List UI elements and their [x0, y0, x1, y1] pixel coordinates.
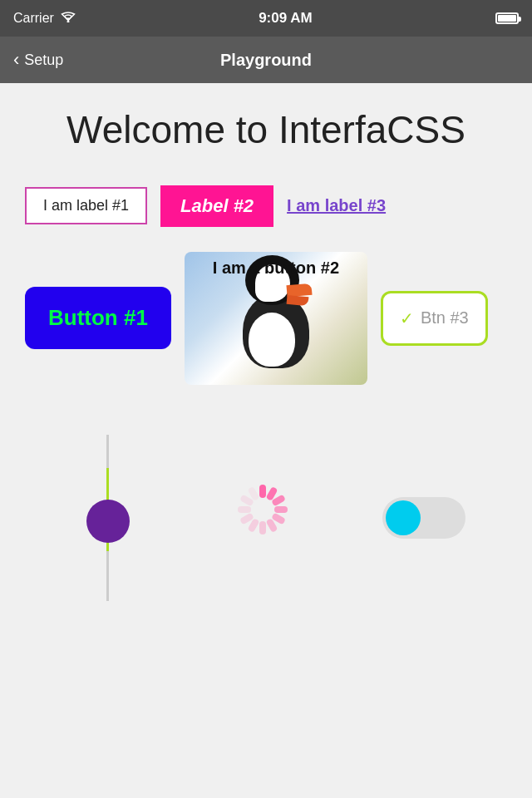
toggle-thumb: [386, 500, 421, 535]
slider-thumb[interactable]: [86, 500, 130, 543]
button-2-container[interactable]: I am a button #2: [185, 252, 367, 385]
button-3-label: Btn #3: [421, 308, 469, 328]
button-1[interactable]: Button #1: [25, 287, 171, 349]
nav-bar: ‹ Setup Playground: [0, 37, 532, 83]
content-area: Welcome to InterfaCSS I am label #1 Labe…: [0, 83, 532, 609]
back-label: Setup: [24, 52, 63, 69]
button-2-label: I am a button #2: [185, 259, 367, 278]
label-1: I am label #1: [25, 187, 147, 224]
activity-spinner: [233, 485, 299, 551]
spinner-wheel: [233, 485, 299, 551]
button-3[interactable]: ✓ Btn #3: [381, 291, 488, 346]
toggle-track[interactable]: [382, 497, 466, 539]
back-button[interactable]: ‹ Setup: [13, 49, 63, 71]
toggle-switch[interactable]: [382, 497, 466, 539]
labels-row: I am label #1 Label #2 I am label #3: [25, 185, 507, 227]
puffin-illustration: [230, 277, 322, 385]
label-2: Label #2: [160, 185, 273, 227]
status-bar: Carrier 9:09 AM: [0, 0, 532, 37]
back-chevron-icon: ‹: [13, 49, 19, 71]
battery-icon: [495, 12, 519, 24]
status-time: 9:09 AM: [259, 10, 313, 27]
carrier-label: Carrier: [13, 11, 54, 26]
wifi-icon: [61, 11, 76, 26]
welcome-heading: Welcome to InterfaCSS: [25, 108, 507, 152]
label-3: I am label #3: [287, 196, 386, 215]
controls-row: [25, 426, 507, 609]
checkmark-icon: ✓: [400, 308, 414, 328]
svg-point-0: [66, 21, 69, 23]
nav-title: Playground: [220, 51, 312, 70]
vertical-slider[interactable]: [66, 435, 150, 601]
buttons-row: Button #1 I am a button #2 ✓ Btn #3: [25, 252, 507, 385]
